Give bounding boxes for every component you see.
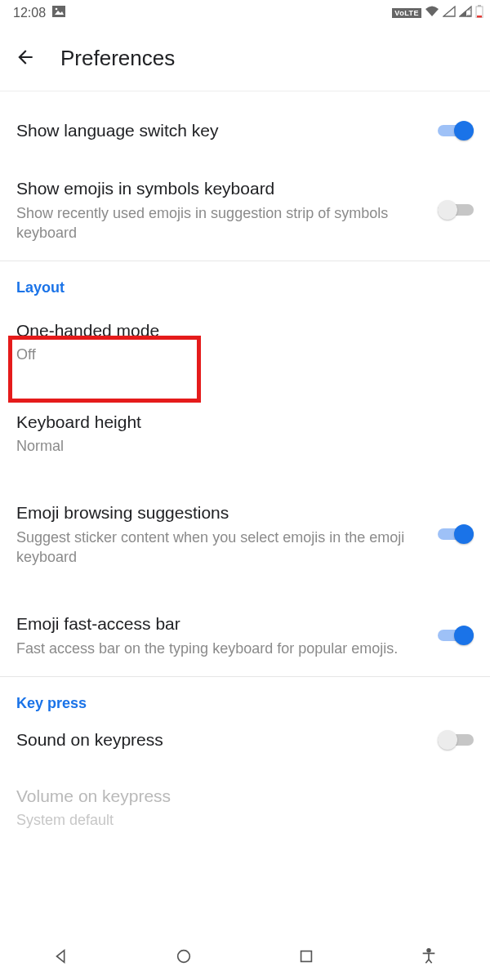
row-title: One-handed mode xyxy=(16,319,474,341)
toggle-emoji-symbols[interactable] xyxy=(438,199,474,220)
status-bar: 12:08 VoLTE xR xyxy=(0,0,490,26)
row-emoji-symbols[interactable]: Show emojis in symbols keyboard Show rec… xyxy=(0,159,490,261)
row-title: Sound on keypress xyxy=(16,728,428,751)
battery-low-icon xyxy=(475,5,483,21)
svg-text:x: x xyxy=(468,7,470,11)
wifi-icon xyxy=(425,6,439,20)
toggle-language-switch[interactable] xyxy=(438,120,474,141)
accessibility-icon[interactable] xyxy=(420,947,438,969)
picture-icon xyxy=(52,6,65,20)
row-subtitle: Off xyxy=(16,345,474,364)
status-time: 12:08 xyxy=(13,6,46,20)
row-subtitle: Fast access bar on the typing keyboard f… xyxy=(16,639,428,658)
svg-marker-11 xyxy=(57,951,65,963)
back-icon[interactable] xyxy=(15,47,36,71)
section-header-keypress: Key press xyxy=(0,677,490,717)
svg-point-2 xyxy=(56,8,58,11)
svg-point-12 xyxy=(178,951,190,963)
row-sound-keypress[interactable]: Sound on keypress xyxy=(0,717,490,767)
svg-marker-3 xyxy=(443,7,455,16)
row-language-switch[interactable]: Show language switch key xyxy=(0,91,490,159)
signal-roaming-icon: xR xyxy=(459,6,472,20)
row-title: Keyboard height xyxy=(16,411,474,433)
row-volume-keypress: Volume on keypress System default xyxy=(0,767,490,849)
toggle-emoji-browsing[interactable] xyxy=(438,523,474,545)
svg-rect-10 xyxy=(477,16,482,18)
svg-point-14 xyxy=(427,949,430,952)
row-subtitle: Normal xyxy=(16,436,474,456)
row-title: Emoji browsing suggestions xyxy=(16,501,428,523)
nav-recent-icon[interactable] xyxy=(297,947,315,969)
row-keyboard-height[interactable]: Keyboard height Normal xyxy=(0,383,490,474)
signal-empty-icon xyxy=(443,6,456,20)
navigation-bar xyxy=(0,936,490,980)
row-title: Emoji fast-access bar xyxy=(16,612,428,635)
toggle-emoji-fast-access[interactable] xyxy=(438,625,474,646)
volte-icon: VoLTE xyxy=(392,8,421,18)
row-title: Show language switch key xyxy=(16,119,428,141)
row-subtitle: Show recently used emojis in suggestion … xyxy=(16,203,428,243)
app-bar: Preferences xyxy=(0,26,490,91)
svg-text:R: R xyxy=(467,14,471,17)
page-title: Preferences xyxy=(60,46,175,71)
row-title: Show emojis in symbols keyboard xyxy=(16,177,428,199)
row-subtitle: Suggest sticker content when you select … xyxy=(16,528,428,568)
row-one-handed[interactable]: One-handed mode Off xyxy=(0,301,490,383)
settings-list: Show language switch key Show emojis in … xyxy=(0,91,490,849)
row-emoji-browsing[interactable]: Emoji browsing suggestions Suggest stick… xyxy=(0,474,490,585)
row-title: Volume on keypress xyxy=(16,785,474,807)
toggle-sound-keypress[interactable] xyxy=(438,729,474,751)
row-subtitle: System default xyxy=(16,810,474,830)
status-right: VoLTE xR xyxy=(392,5,483,21)
section-header-layout: Layout xyxy=(0,261,490,301)
nav-back-icon[interactable] xyxy=(52,947,70,969)
nav-home-icon[interactable] xyxy=(175,947,193,969)
row-emoji-fast-access[interactable]: Emoji fast-access bar Fast access bar on… xyxy=(0,585,490,676)
svg-rect-13 xyxy=(301,951,312,962)
status-left: 12:08 xyxy=(13,6,65,20)
